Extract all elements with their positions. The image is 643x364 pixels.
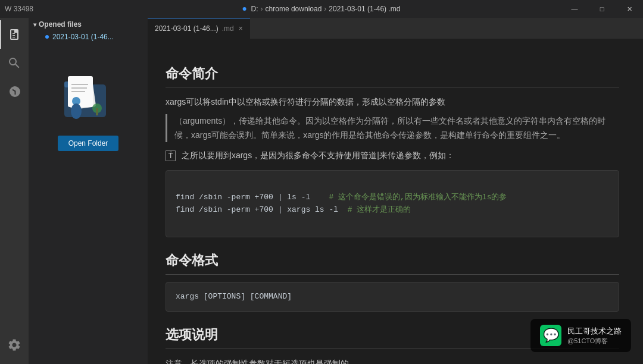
breadcrumb-drive: D: [251,5,258,13]
breadcrumb-folder: chrome download [266,5,322,13]
tab-bar: 2021-03-01 (1-46...) .md × [148,18,643,39]
close-button[interactable]: ✕ [616,0,643,18]
minimize-button[interactable]: — [561,0,588,18]
app-name: W 33498 [5,5,33,13]
activity-search[interactable] [0,49,29,77]
breadcrumb-file: 2021-03-01 (1-46) .md [329,5,400,13]
editor-panel: 2021-03-01 (1-46...) .md × 命令简介 xargs可以将… [148,18,643,364]
section-heading-format: 命令格式 [166,249,619,274]
history-icon [7,84,21,99]
tab-ext: .md [222,24,234,33]
watermark-text: 民工哥技术之路 @51CTO博客 [567,326,622,346]
watermark: 💬 民工哥技术之路 @51CTO博客 [530,319,631,352]
modified-dot [243,7,246,11]
sidebar-illustration: Open Folder [29,67,148,151]
titlebar-left: W 33498 [5,5,33,13]
sidebar-file-name: 2021-03-01 (1-46... [52,33,114,41]
activity-files[interactable] [0,20,29,49]
watermark-title: 民工哥技术之路 [567,326,622,337]
breadcrumb: D: › chrome download › 2021-03-01 (1-46)… [243,5,401,13]
editor-area[interactable]: 命令简介 xargs可以将stdin中以空格或换行符进行分隔的数据，形成以空格分… [148,39,643,364]
intro-blockquote: （arguments），传递给其他命令。因为以空格作为分隔符，所以有一些文件名或… [166,114,619,143]
tab-close-button[interactable]: × [239,24,243,33]
code-comment-1: # 这个命令是错误的,因为标准输入不能作为ls的参 [329,193,507,202]
watermark-subtitle: @51CTO博客 [567,337,622,346]
files-icon [7,27,21,42]
code-comment-2: # 这样才是正确的 [348,205,411,214]
breadcrumb-sep1: › [261,5,263,13]
maximize-button[interactable]: □ [588,0,616,18]
titlebar-controls: — □ ✕ [561,0,643,18]
reason-text: 之所以要用到xargs，是因为很多命令不支持使用管道|来传递参数，例如： [182,150,454,160]
section-heading-intro: 命令简介 [166,62,619,87]
titlebar: W 33498 D: › chrome download › 2021-03-0… [0,0,643,18]
activity-history[interactable] [0,77,29,106]
gear-icon [7,338,21,352]
code-block-example: find /sbin -perm +700 | ls -l # 这个命令是错误的… [166,170,619,237]
options-note: 注意，长选项的强制性参数对于短选项也是强制的。 [166,356,619,364]
svg-rect-11 [96,108,98,115]
illustration-image [52,67,124,126]
sidebar: ▾ Opened files 2021-03-01 (1-46... [29,18,148,364]
activity-settings[interactable] [0,331,29,359]
reason-paragraph: T̄ 之所以要用到xargs，是因为很多命令不支持使用管道|来传递参数，例如： [166,148,619,163]
code-line-2: find /sbin -perm +700 | xargs ls -l # 这样… [176,205,411,214]
file-modified-dot [45,35,49,39]
sidebar-section-label: Opened files [39,20,82,29]
watermark-icon: 💬 [540,325,561,346]
sidebar-section-opened-files[interactable]: ▾ Opened files [29,18,148,31]
format-code: xargs [OPTIONS] [COMMAND] [176,292,292,301]
intro-paragraph: xargs可以将stdin中以空格或换行符进行分隔的数据，形成以空格分隔的参数 [166,95,619,109]
tab-label: 2021-03-01 (1-46...) [155,24,219,33]
scrollbar-right[interactable] [635,39,643,364]
code-block-format: xargs [OPTIONS] [COMMAND] [166,282,619,312]
search-icon [7,56,21,70]
blockquote-marker: T̄ [166,150,176,161]
code-line-1: find /sbin -perm +700 | ls -l # 这个命令是错误的… [176,193,507,202]
sidebar-file-item[interactable]: 2021-03-01 (1-46... [29,31,148,43]
activity-bar [0,18,29,364]
tab-active[interactable]: 2021-03-01 (1-46...) .md × [148,18,250,39]
chevron-down-icon: ▾ [33,21,36,28]
main-layout: ▾ Opened files 2021-03-01 (1-46... [0,18,643,364]
open-folder-button[interactable]: Open Folder [58,136,119,151]
breadcrumb-sep2: › [324,5,326,13]
svg-point-9 [71,103,82,119]
